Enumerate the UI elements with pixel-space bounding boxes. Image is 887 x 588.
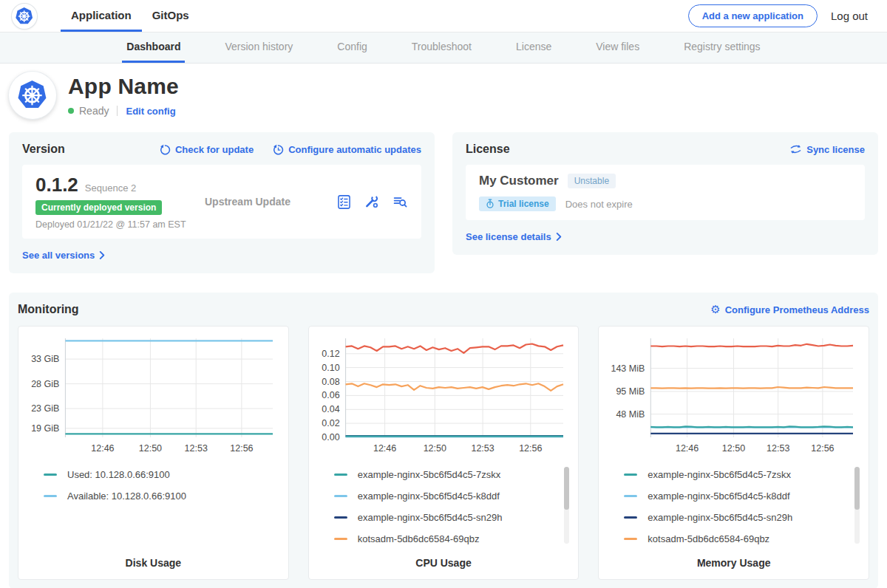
cpu-usage-card: 0.120.100.080.060.040.020.0012:4612:5012…: [308, 326, 580, 580]
legend-label: kotsadm-5db6dc6584-69qbz: [358, 533, 480, 544]
channel-badge: Unstable: [568, 174, 616, 188]
svg-text:0.02: 0.02: [322, 418, 339, 428]
legend-item[interactable]: example-nginx-5bc6f5d4c5-sn29h: [624, 511, 854, 524]
monitoring-title: Monitoring: [18, 303, 79, 316]
svg-text:12:46: 12:46: [676, 443, 699, 454]
nav-tab-gitops[interactable]: GitOps: [142, 0, 200, 32]
svg-text:0.00: 0.00: [322, 432, 339, 442]
tab-config[interactable]: Config: [333, 33, 371, 63]
legend-color-dash: [624, 474, 637, 476]
license-info-box: My Customer Unstable Trial license: [466, 165, 865, 220]
tab-troubleshoot[interactable]: Troubleshoot: [407, 33, 476, 63]
svg-text:33 GiB: 33 GiB: [31, 354, 59, 364]
scrollbar-thumb[interactable]: [564, 467, 569, 510]
chevron-right-icon: [556, 233, 562, 241]
legend-color-dash: [334, 538, 347, 540]
svg-text:0.06: 0.06: [322, 390, 339, 400]
deployed-timestamp: Deployed 01/21/22 @ 11:57 am EST: [35, 219, 194, 230]
legend-scrollbar[interactable]: [564, 467, 569, 544]
license-card-title: License: [466, 143, 510, 156]
svg-text:12:50: 12:50: [139, 443, 162, 454]
svg-text:0.04: 0.04: [322, 404, 339, 414]
version-source: Upstream Update: [194, 196, 336, 208]
tab-version-history[interactable]: Version history: [220, 33, 297, 63]
status-dot: [68, 108, 74, 114]
svg-text:0.12: 0.12: [322, 349, 339, 359]
disk-usage-chart[interactable]: 33 GiB28 GiB23 GiB19 GiB12:4612:5012:531…: [23, 332, 284, 461]
svg-text:19 GiB: 19 GiB: [31, 423, 59, 434]
legend-label: example-nginx-5bc6f5d4c5-7zskx: [358, 469, 501, 480]
legend-label: example-nginx-5bc6f5d4c5-sn29h: [648, 512, 792, 523]
logout-link[interactable]: Log out: [831, 10, 868, 22]
legend-item[interactable]: example-nginx-5bc6f5d4c5-7zskx: [624, 468, 854, 481]
svg-text:12:46: 12:46: [373, 443, 396, 454]
sync-license-link[interactable]: Sync license: [789, 144, 865, 155]
configure-automatic-updates-link[interactable]: Configure automatic updates: [273, 144, 421, 155]
svg-text:12:56: 12:56: [519, 443, 542, 454]
legend-item[interactable]: example-nginx-5bc6f5d4c5-7zskx: [334, 468, 564, 481]
svg-text:12:50: 12:50: [423, 443, 446, 454]
clock-refresh-icon: [273, 144, 284, 155]
app-logo-icon: [9, 72, 56, 119]
deployed-badge: Currently deployed version: [35, 200, 162, 215]
top-nav-tabs: Application GitOps: [61, 0, 200, 32]
refresh-icon: [160, 144, 171, 155]
svg-text:143 MiB: 143 MiB: [611, 363, 645, 374]
see-license-details-link[interactable]: See license details: [466, 231, 562, 242]
legend-label: example-nginx-5bc6f5d4c5-k8ddf: [358, 490, 500, 502]
svg-text:28 GiB: 28 GiB: [31, 379, 59, 389]
release-notes-icon[interactable]: [336, 194, 352, 210]
legend-item[interactable]: kotsadm-5db6dc6584-69qbz: [334, 533, 564, 545]
kubernetes-logo-icon: [12, 4, 37, 29]
scrollbar-thumb[interactable]: [854, 467, 860, 510]
legend-color-dash: [334, 516, 347, 519]
tab-license[interactable]: License: [512, 33, 556, 63]
legend-label: example-nginx-5bc6f5d4c5-sn29h: [358, 512, 503, 523]
svg-text:12:56: 12:56: [230, 443, 253, 454]
check-for-update-link[interactable]: Check for update: [160, 144, 254, 155]
svg-text:12:53: 12:53: [471, 443, 494, 454]
memory-usage-chart[interactable]: 143 MiB95 MiB48 MiB12:4612:5012:5312:56: [603, 332, 864, 461]
memory-usage-card: 143 MiB95 MiB48 MiB12:4612:5012:5312:56 …: [598, 326, 869, 580]
version-number: 0.1.2: [35, 174, 78, 196]
version-sequence: Sequence 2: [85, 182, 136, 194]
legend-item[interactable]: example-nginx-5bc6f5d4c5-k8ddf: [334, 490, 564, 502]
disk-usage-legend: Used: 10.128.0.66:9100Available: 10.128.…: [23, 461, 284, 554]
tab-registry-settings[interactable]: Registry settings: [679, 33, 764, 63]
configure-prometheus-link[interactable]: ⚙ Configure Prometheus Address: [710, 304, 869, 315]
sync-icon: [789, 144, 802, 154]
legend-label: Used: 10.128.0.66:9100: [67, 469, 170, 480]
cpu-usage-chart[interactable]: 0.120.100.080.060.040.020.0012:4612:5012…: [313, 332, 574, 461]
legend-color-dash: [44, 495, 57, 497]
legend-item[interactable]: kotsadm-5db6dc6584-69qbz: [624, 533, 854, 545]
legend-item[interactable]: Available: 10.128.0.66:9100: [44, 490, 273, 502]
tab-view-files[interactable]: View files: [591, 33, 644, 63]
legend-color-dash: [334, 495, 347, 497]
see-all-versions-link[interactable]: See all versions: [22, 250, 105, 261]
stopwatch-icon: [486, 199, 495, 209]
add-application-button[interactable]: Add a new application: [688, 4, 818, 27]
legend-scrollbar[interactable]: [854, 467, 860, 544]
legend-item[interactable]: example-nginx-5bc6f5d4c5-sn29h: [334, 511, 564, 524]
svg-text:12:53: 12:53: [185, 443, 208, 454]
disk-usage-card: 33 GiB28 GiB23 GiB19 GiB12:4612:5012:531…: [18, 326, 289, 580]
edit-config-link[interactable]: Edit config: [126, 106, 175, 117]
tab-dashboard[interactable]: Dashboard: [122, 33, 185, 63]
svg-text:0.08: 0.08: [322, 377, 339, 387]
file-search-icon[interactable]: [392, 194, 408, 210]
chevron-right-icon: [99, 251, 105, 259]
svg-text:23 GiB: 23 GiB: [31, 403, 59, 414]
nav-tab-application[interactable]: Application: [61, 0, 142, 32]
top-nav: Application GitOps Add a new application…: [0, 0, 887, 33]
svg-text:12:50: 12:50: [722, 443, 745, 454]
legend-label: kotsadm-5db6dc6584-69qbz: [648, 533, 769, 544]
top-nav-right: Add a new application Log out: [688, 0, 887, 32]
legend-item[interactable]: example-nginx-5bc6f5d4c5-k8ddf: [624, 490, 854, 502]
chart-title: Disk Usage: [23, 557, 284, 569]
main-content: Version Check for update: [0, 132, 887, 588]
legend-item[interactable]: Used: 10.128.0.66:9100: [44, 468, 273, 481]
config-wrench-icon[interactable]: [364, 194, 380, 210]
legend-color-dash: [624, 538, 637, 540]
legend-color-dash: [334, 474, 347, 476]
svg-text:12:46: 12:46: [91, 443, 114, 454]
